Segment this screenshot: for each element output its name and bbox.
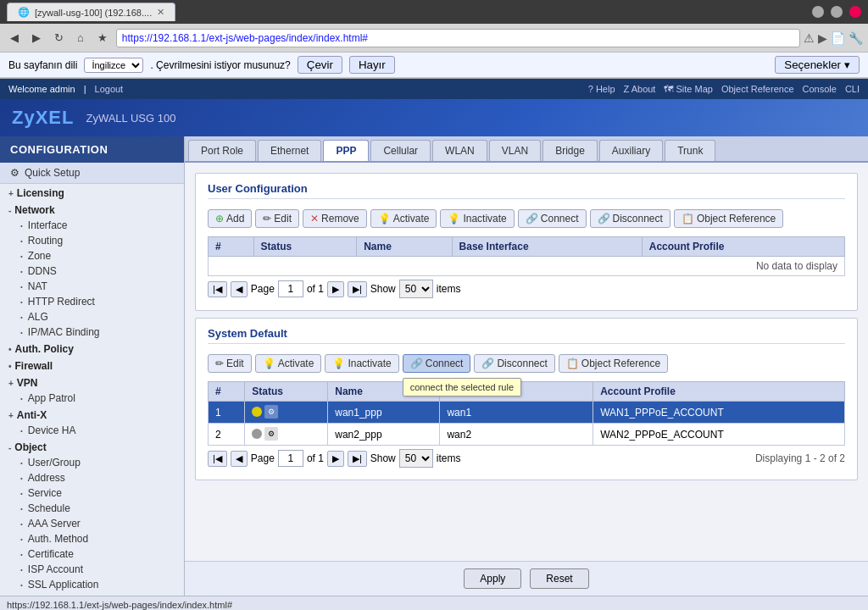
sd-next-page-btn[interactable]: ▶ — [327, 451, 344, 467]
user-config-pagination: |◀ ◀ Page of 1 ▶ ▶| Show 50 items — [208, 276, 845, 302]
obj-ref-uc-btn[interactable]: 📋 Object Reference — [674, 209, 783, 228]
tab-trunk[interactable]: Trunk — [665, 140, 715, 161]
bookmark-btn[interactable]: ★ — [92, 29, 113, 47]
table-row[interactable]: 2 ⚙ wan2_ppp wan2 WAN2_PPPoE_ACCOUNT — [209, 424, 845, 446]
sidebar-item-nat[interactable]: • NAT — [0, 279, 184, 294]
sd-first-page-btn[interactable]: |◀ — [208, 451, 227, 467]
activate-icon: 💡 — [378, 213, 391, 225]
translation-text1: Bu sayfanın dili — [8, 59, 77, 71]
sidebar-item-device-ha[interactable]: • Device HA — [0, 423, 184, 438]
help-link[interactable]: ? Help — [588, 84, 615, 94]
sidebar-item-network[interactable]: - Network — [0, 201, 184, 218]
tab-cellular[interactable]: Cellular — [370, 140, 431, 161]
activate-btn[interactable]: 💡 Activate — [370, 209, 437, 228]
zone-label: Zone — [28, 250, 51, 262]
sitemap-link[interactable]: 🗺 Site Map — [664, 84, 712, 94]
options-btn[interactable]: Seçenekler ▾ — [775, 56, 860, 74]
bullet-icon: • — [20, 268, 23, 275]
objref-link[interactable]: Object Reference — [721, 84, 794, 94]
items-per-page-select[interactable]: 50 — [399, 280, 433, 298]
last-page-btn[interactable]: ▶| — [348, 281, 367, 297]
sd-items-per-page-select[interactable]: 50 — [399, 449, 433, 468]
sidebar-item-alg[interactable]: • ALG — [0, 309, 184, 324]
sidebar-item-zone[interactable]: • Zone — [0, 248, 184, 263]
tab-close-icon[interactable]: ✕ — [157, 7, 164, 18]
expand-icon: + — [8, 411, 14, 420]
disconnect-uc-btn[interactable]: 🔗 Disconnect — [590, 209, 670, 228]
prev-page-btn[interactable]: ◀ — [231, 281, 248, 297]
sd-page-number-input[interactable] — [278, 450, 303, 467]
sd-connect-btn[interactable]: 🔗 Connect — [403, 354, 471, 373]
quick-setup-icon: ⚙ — [10, 167, 19, 179]
back-btn[interactable]: ◀ — [5, 29, 24, 47]
ssl-application-label: SSL Application — [28, 579, 99, 591]
close-btn[interactable] — [849, 6, 861, 18]
maximize-btn[interactable] — [831, 6, 843, 18]
sidebar-item-isp-account[interactable]: • ISP Account — [0, 562, 184, 577]
sidebar-item-anti-x[interactable]: + Anti-X — [0, 406, 184, 423]
sd-inactivate-btn[interactable]: 💡 Inactivate — [325, 354, 398, 373]
page-number-input[interactable] — [278, 280, 303, 297]
reload-btn[interactable]: ↻ — [49, 29, 69, 47]
connect-uc-btn[interactable]: 🔗 Connect — [518, 209, 587, 228]
console-link[interactable]: Console — [803, 84, 837, 94]
remove-btn[interactable]: ✕ Remove — [303, 209, 367, 228]
sidebar-item-vpn[interactable]: + VPN — [0, 374, 184, 391]
sidebar-item-app-patrol[interactable]: • App Patrol — [0, 391, 184, 406]
home-btn[interactable]: ⌂ — [72, 29, 89, 47]
inactivate-btn[interactable]: 💡 Inactivate — [440, 209, 514, 228]
sidebar-item-auth-method[interactable]: • Auth. Method — [0, 531, 184, 546]
forward-btn[interactable]: ▶ — [27, 29, 46, 47]
tab-vlan[interactable]: VLAN — [489, 140, 541, 161]
about-link[interactable]: Z About — [624, 84, 656, 94]
reset-btn[interactable]: Reset — [530, 568, 588, 589]
translate-btn[interactable]: Çevir — [298, 56, 342, 74]
sidebar-item-object[interactable]: - Object — [0, 438, 184, 455]
sidebar-item-user-group[interactable]: • User/Group — [0, 455, 184, 470]
table-row[interactable]: 1 ⚙ wan1_ppp wan1 WAN1_PPPoE_ACCOUNT — [209, 402, 845, 424]
sidebar-item-ddns[interactable]: • DDNS — [0, 263, 184, 279]
sidebar-item-schedule[interactable]: • Schedule — [0, 501, 184, 516]
tab-wlan[interactable]: WLAN — [432, 140, 487, 161]
language-select[interactable]: İngilizce — [84, 58, 143, 73]
sd-disconnect-btn[interactable]: 🔗 Disconnect — [474, 354, 554, 373]
tools-icon[interactable]: 🔧 — [849, 31, 863, 45]
sd-obj-ref-btn[interactable]: 📋 Object Reference — [559, 354, 668, 373]
edit-btn[interactable]: ✏ Edit — [255, 209, 299, 228]
sidebar-item-aaa-server[interactable]: • AAA Server — [0, 516, 184, 531]
table-row: No data to display — [209, 257, 845, 276]
sd-activate-btn[interactable]: 💡 Activate — [255, 354, 322, 373]
minimize-btn[interactable] — [812, 6, 824, 18]
sidebar-item-licensing[interactable]: + Licensing — [0, 184, 184, 201]
apply-btn[interactable]: Apply — [464, 568, 521, 589]
sidebar-item-firewall[interactable]: • Firewall — [0, 357, 184, 374]
sidebar-item-interface[interactable]: • Interface — [0, 218, 184, 233]
sidebar-item-http-redirect[interactable]: • HTTP Redirect — [0, 294, 184, 309]
first-page-btn[interactable]: |◀ — [208, 281, 227, 297]
add-btn[interactable]: ⊕ Add — [208, 209, 252, 228]
sidebar-item-address[interactable]: • Address — [0, 470, 184, 485]
sd-edit-btn[interactable]: ✏ Edit — [208, 354, 252, 373]
page-icon[interactable]: 📄 — [831, 31, 845, 45]
sidebar-item-service[interactable]: • Service — [0, 485, 184, 501]
tab-ethernet[interactable]: Ethernet — [258, 140, 321, 161]
tab-port-role[interactable]: Port Role — [188, 140, 256, 161]
logout-link[interactable]: Logout — [95, 84, 124, 94]
sidebar-item-routing[interactable]: • Routing — [0, 233, 184, 248]
sidebar-item-certificate[interactable]: • Certificate — [0, 546, 184, 562]
sidebar-item-ipmac[interactable]: • IP/MAC Binding — [0, 324, 184, 340]
no-translate-btn[interactable]: Hayır — [349, 56, 395, 74]
tab-auxiliary[interactable]: Auxiliary — [599, 140, 663, 161]
sd-last-page-btn[interactable]: ▶| — [348, 451, 367, 467]
address-bar[interactable] — [116, 29, 800, 47]
play-icon[interactable]: ▶ — [818, 31, 827, 45]
tab-bridge[interactable]: Bridge — [542, 140, 598, 161]
sd-prev-page-btn[interactable]: ◀ — [231, 451, 248, 467]
cli-link[interactable]: CLI — [845, 84, 860, 94]
sidebar-item-auth-policy[interactable]: • Auth. Policy — [0, 340, 184, 357]
sidebar-item-ssl-application[interactable]: • SSL Application — [0, 577, 184, 592]
next-page-btn[interactable]: ▶ — [327, 281, 344, 297]
quick-setup-item[interactable]: ⚙ Quick Setup — [0, 163, 184, 184]
tab-ppp[interactable]: PPP — [323, 140, 369, 161]
system-default-section: System Default ✏ Edit 💡 Activate — [195, 318, 858, 480]
